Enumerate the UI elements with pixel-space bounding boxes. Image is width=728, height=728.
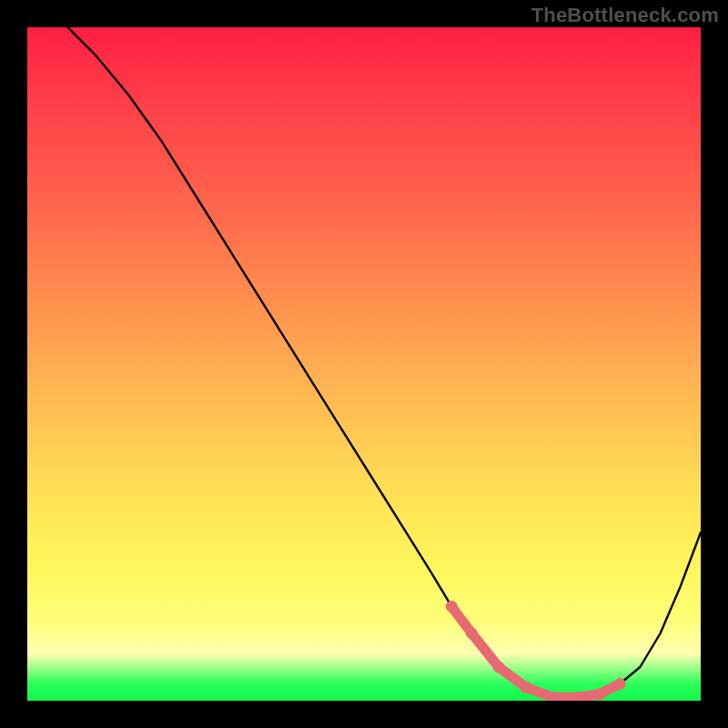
optimal-range-highlight [451, 606, 620, 697]
optimal-point [614, 678, 626, 690]
optimal-point [493, 662, 505, 673]
plot-area [27, 27, 701, 701]
chart-frame: TheBottleneck.com [0, 0, 728, 728]
optimal-point [594, 688, 606, 700]
watermark-text: TheBottleneck.com [531, 4, 719, 27]
optimal-range-dots [446, 601, 626, 701]
optimal-point [520, 682, 531, 693]
optimal-point [446, 601, 458, 612]
curve-svg [27, 27, 701, 701]
optimal-point [466, 628, 478, 640]
bottleneck-curve [67, 27, 701, 697]
